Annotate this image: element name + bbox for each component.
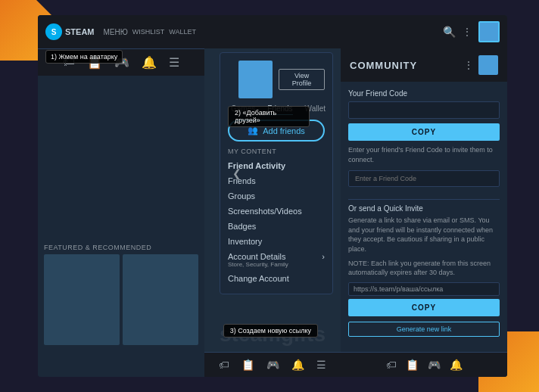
link-url-display: https://s.team/p/ваша/ссылка — [348, 282, 500, 296]
nav-menu[interactable]: МЕНЮ — [104, 28, 128, 36]
step1-tooltip: 1) Жмем на аватарку — [45, 50, 123, 64]
featured-label: FEATURED & RECOMMENDED — [44, 244, 198, 251]
arrow-icon: › — [322, 252, 325, 261]
header-nav: МЕНЮ WISHLIST WALLET — [104, 28, 197, 36]
copy-link-button[interactable]: COPY — [348, 299, 500, 316]
nav-icon-bell[interactable]: 🔔 — [142, 55, 157, 70]
quick-invite-desc: Generate a link to share via email or SM… — [348, 216, 500, 254]
community-body: Your Friend Code COPY Enter your friend'… — [341, 82, 507, 352]
main-window: S STEAM МЕНЮ WISHLIST WALLET 🔍 ⋮ 1) Жмем… — [38, 15, 507, 377]
menu-item-friend-activity[interactable]: Friend Activity — [228, 158, 325, 173]
nav-wishlist[interactable]: WISHLIST — [132, 28, 165, 36]
menu-item-screenshots[interactable]: Screenshots/Videos — [228, 204, 325, 219]
profile-avatar-large — [238, 61, 273, 98]
copy-friend-code-button[interactable]: COPY — [348, 123, 500, 141]
account-subtitle: Store, Security, Family — [228, 261, 288, 268]
right-panel: COMMUNITY ⋮ Your Friend Code COPY Enter … — [341, 48, 507, 377]
m-nav-icon-list[interactable]: 📋 — [241, 359, 254, 371]
right-bottom-nav: 🏷 📋 🎮 🔔 — [341, 352, 507, 377]
friend-code-input[interactable] — [348, 101, 500, 119]
divider — [348, 199, 500, 200]
step3-tooltip: 3) Создаем новую ссылку — [223, 324, 318, 338]
body-area: FEATURED & RECOMMENDED 🏷 📋 🎮 🔔 ☰ ❮ — [38, 48, 507, 377]
menu-item-inventory[interactable]: Inventory — [228, 234, 325, 249]
menu-item-account-details[interactable]: Account Details › Store, Security, Famil… — [228, 249, 325, 271]
r-nav-icon-bell[interactable]: 🔔 — [450, 359, 463, 371]
user-avatar[interactable] — [478, 21, 500, 42]
content-menu: Friend Activity Friends Groups Screensho… — [228, 158, 325, 286]
featured-item-2 — [123, 254, 198, 345]
profile-popup: ❮ View Profile 2) «Добавить друзей» Game… — [220, 52, 333, 294]
community-title: COMMUNITY — [350, 60, 459, 71]
nav-wallet[interactable]: WALLET — [169, 28, 196, 36]
menu-item-friends[interactable]: Friends — [228, 173, 325, 188]
m-nav-icon-bell[interactable]: 🔔 — [291, 359, 304, 371]
m-nav-icon-menu[interactable]: ☰ — [316, 359, 326, 371]
r-nav-icon-list[interactable]: 📋 — [406, 359, 419, 371]
middle-panel: ❮ View Profile 2) «Добавить друзей» Game… — [204, 48, 341, 377]
r-nav-icon-game[interactable]: 🎮 — [428, 359, 441, 371]
nav-icon-menu[interactable]: ☰ — [169, 55, 179, 70]
my-content-label: MY CONTENT — [228, 148, 325, 155]
profile-top: View Profile — [228, 61, 325, 98]
featured-grid — [44, 254, 198, 345]
left-panel: FEATURED & RECOMMENDED 🏷 📋 🎮 🔔 ☰ — [38, 48, 204, 377]
community-avatar[interactable] — [478, 55, 498, 75]
menu-item-groups[interactable]: Groups — [228, 188, 325, 204]
quick-invite-label: Or send a Quick Invite — [348, 204, 500, 213]
m-nav-icon-tag[interactable]: 🏷 — [219, 359, 229, 371]
featured-item-1 — [44, 254, 120, 345]
back-arrow-icon[interactable]: ❮ — [232, 167, 241, 179]
menu-item-badges[interactable]: Badges — [228, 219, 325, 234]
m-nav-icon-game[interactable]: 🎮 — [266, 359, 279, 371]
middle-bottom-nav: 🏷 📋 🎮 🔔 ☰ — [204, 352, 341, 377]
steam-header: S STEAM МЕНЮ WISHLIST WALLET 🔍 ⋮ — [38, 15, 507, 48]
add-friends-label: Add friends — [263, 126, 305, 135]
menu-item-change-account[interactable]: Change Account — [228, 271, 325, 286]
invite-hint-text: Enter your friend's Friend Code to invit… — [348, 145, 500, 164]
community-header: COMMUNITY ⋮ — [341, 48, 507, 82]
profile-popup-inner: ❮ View Profile 2) «Добавить друзей» Game… — [228, 61, 325, 286]
expire-notice: NOTE: Each link you generate from this s… — [348, 259, 500, 278]
search-icon[interactable]: 🔍 — [443, 26, 456, 38]
steam-icon: S — [45, 23, 62, 40]
view-profile-button[interactable]: View Profile — [279, 69, 325, 90]
steam-title: STEAM — [65, 27, 95, 36]
friend-code-label: Your Friend Code — [348, 89, 500, 98]
community-more-icon[interactable]: ⋮ — [463, 59, 474, 71]
enter-friend-code-input[interactable] — [348, 170, 500, 187]
step2-tooltip: 2) «Добавить друзей» — [228, 106, 310, 127]
more-options-icon[interactable]: ⋮ — [462, 26, 472, 38]
generate-link-button[interactable]: Generate new link — [348, 322, 500, 337]
r-nav-icon-tag[interactable]: 🏷 — [386, 359, 397, 371]
featured-section: FEATURED & RECOMMENDED — [38, 239, 204, 350]
steam-logo: S STEAM — [45, 23, 95, 40]
